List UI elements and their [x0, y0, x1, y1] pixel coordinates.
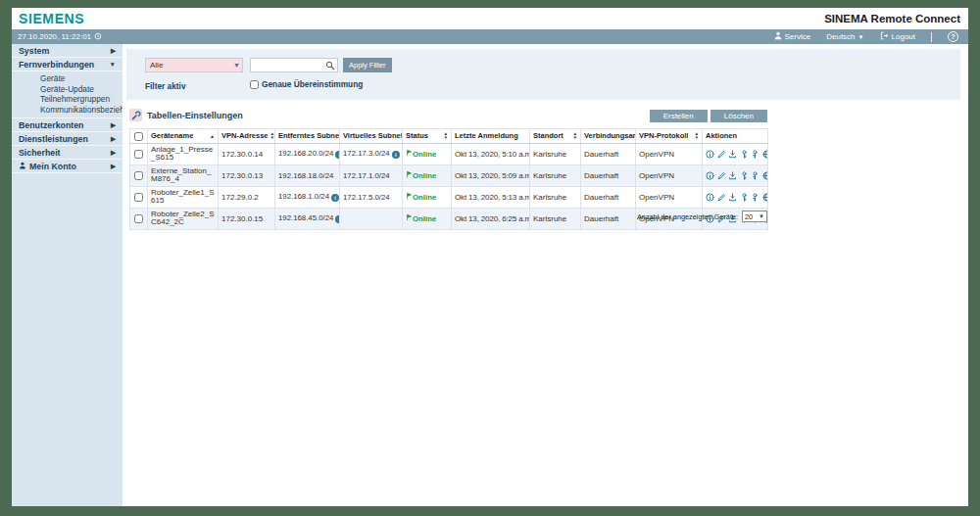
cell-connection-type: Dauerhaft [581, 143, 636, 164]
cell-virtual-subnet: 172.17.3.0/24i [340, 143, 403, 164]
remote-subnet-info-icon[interactable]: i [331, 194, 339, 202]
select-all-checkbox[interactable] [134, 132, 143, 141]
cell-last-login: Okt 13, 2020, 5:13 a.m. [452, 186, 530, 208]
filter-active-label: Filter aktiv [145, 81, 186, 91]
clock-icon [94, 32, 102, 42]
sort-icon: ▲▼ [694, 132, 699, 139]
filter-category-select[interactable]: Alle ▼ [145, 58, 243, 72]
sidebar-item-system[interactable]: System ▶ [12, 44, 122, 58]
cell-vpn-address: 172.29.0.2 [219, 186, 275, 208]
delete-button[interactable]: Löschen [710, 110, 767, 122]
column-header-protocol[interactable]: VPN-Protokoll▲▼ [636, 129, 703, 144]
sidebar-item-benutzerkonten[interactable]: Benutzerkonten ▶ [12, 118, 122, 132]
logout-menu-item[interactable]: Logout [880, 31, 915, 42]
web-interface-icon[interactable] [762, 150, 768, 159]
cell-device-name[interactable]: Roboter_Zelle1_S615 [148, 186, 219, 208]
sidebar-subitem-geraete-update[interactable]: Geräte-Update [12, 84, 122, 95]
help-button[interactable]: ? [948, 31, 958, 42]
cell-status: Online [403, 164, 452, 186]
page-size-select[interactable]: 20 ▼ [742, 211, 767, 222]
app-title: SINEMA Remote Connect [824, 13, 960, 24]
sidebar-subitem-geraete[interactable]: Geräte [12, 73, 122, 84]
sidebar-submenu: Geräte Geräte-Update Teilnehmergruppen K… [12, 71, 122, 118]
table-row: Externe_Station_M876_4 172.30.0.13 192.1… [130, 164, 768, 186]
siemens-logo: SIEMENS [19, 11, 84, 26]
cell-remote-subnet: 192.168.1.0/24i [275, 186, 340, 208]
exact-match-checkbox[interactable] [250, 80, 259, 89]
apply-filter-button[interactable]: Apply Filter [343, 58, 392, 72]
menu-separator [931, 32, 932, 42]
download-config-icon[interactable] [728, 193, 737, 202]
chevron-right-icon: ▶ [111, 163, 116, 170]
column-header-vpn[interactable]: VPN-Adresse▲▼ [219, 129, 275, 144]
exact-match-option: Genaue Übereinstimmung [250, 79, 363, 89]
sidebar-item-fernverbindungen[interactable]: Fernverbindungen ▼ [12, 58, 122, 71]
search-icon[interactable] [325, 61, 335, 72]
filter-panel: Alle ▼ Apply Filter Filter aktiv Genaue … [126, 49, 960, 100]
column-header-location[interactable]: Standort▲▼ [530, 129, 581, 144]
cell-last-login: Okt 13, 2020, 5:09 a.m. [452, 164, 530, 186]
language-label: Deutsch [826, 32, 855, 41]
menu-bar: 27.10.2020, 11:22:01 Service Deutsch ▼ L… [12, 29, 968, 44]
chevron-down-icon: ▼ [233, 59, 240, 71]
remote-subnet-info-icon[interactable]: i [335, 151, 339, 159]
certificate-icon[interactable] [751, 150, 760, 159]
search-box [250, 58, 338, 72]
column-header-name[interactable]: Gerätename▲ [148, 129, 219, 144]
pagination: Anzahl der angezeigten Geräte: 20 ▼ [122, 211, 767, 222]
table-row: Roboter_Zelle1_S615 172.29.0.2 192.168.1… [130, 186, 768, 208]
language-menu-item[interactable]: Deutsch ▼ [826, 32, 863, 41]
sidebar-item-sicherheit[interactable]: Sicherheit ▶ [12, 146, 122, 160]
sidebar-subitem-kommunikationsbeziehungen[interactable]: Kommunikationsbeziehungen [12, 105, 122, 116]
top-bar: SIEMENS SINEMA Remote Connect [12, 8, 968, 29]
main-content: Alle ▼ Apply Filter Filter aktiv Genaue … [122, 44, 968, 506]
datetime-text: 27.10.2020, 11:22:01 [18, 32, 91, 41]
column-header-last: Letzte Anmeldung [452, 129, 530, 144]
cell-location: Karlsruhe [530, 164, 581, 186]
table-action-buttons: Erstellen Löschen [122, 110, 767, 122]
page-size-value: 20 [745, 212, 753, 221]
online-status-icon [406, 150, 413, 159]
row-checkbox[interactable] [134, 150, 143, 159]
web-interface-icon[interactable] [762, 171, 768, 180]
certificate-icon[interactable] [751, 193, 760, 202]
cell-vpn-address: 172.30.0.13 [219, 164, 275, 186]
cell-status: Online [403, 186, 452, 208]
row-checkbox[interactable] [134, 193, 143, 202]
column-header-connection[interactable]: Verbindungsart▲▼ [581, 129, 636, 144]
row-checkbox[interactable] [134, 171, 143, 180]
download-config-icon[interactable] [728, 171, 737, 180]
table-row: Anlage_1_Presse_S615 172.30.0.14 192.168… [130, 143, 768, 164]
info-icon[interactable] [706, 171, 714, 180]
download-config-icon[interactable] [728, 150, 737, 159]
chevron-right-icon: ▶ [111, 47, 116, 55]
sidebar-item-mein-konto[interactable]: Mein Konto ▶ [12, 160, 122, 173]
filter-category-value: Alle [150, 61, 163, 70]
chevron-right-icon: ▶ [111, 149, 116, 157]
cell-virtual-subnet: 172.17.1.0/24 [340, 164, 403, 186]
certificate-icon[interactable] [751, 171, 760, 180]
key-icon[interactable] [740, 171, 749, 180]
sidebar-subitem-teilnehmergruppen[interactable]: Teilnehmergruppen [12, 94, 122, 105]
datetime: 27.10.2020, 11:22:01 [18, 32, 102, 42]
info-icon[interactable] [706, 193, 714, 202]
cell-device-name[interactable]: Externe_Station_M876_4 [148, 164, 219, 186]
online-status-icon [406, 171, 413, 180]
edit-icon[interactable] [717, 193, 726, 202]
key-icon[interactable] [740, 150, 749, 159]
create-button[interactable]: Erstellen [650, 110, 708, 122]
sidebar-item-dienstleistungen[interactable]: Dienstleistungen ▶ [12, 132, 122, 146]
web-interface-icon[interactable] [762, 193, 768, 202]
edit-icon[interactable] [717, 171, 726, 180]
cell-select [130, 186, 148, 208]
virtual-subnet-info-icon[interactable]: i [392, 151, 400, 159]
search-input[interactable] [251, 59, 325, 71]
key-icon[interactable] [740, 193, 749, 202]
status-text: Online [413, 150, 436, 159]
edit-icon[interactable] [717, 150, 726, 159]
info-icon[interactable] [706, 150, 714, 159]
cell-actions [703, 143, 768, 164]
cell-device-name[interactable]: Anlage_1_Presse_S615 [148, 143, 219, 164]
service-menu-item[interactable]: Service [774, 31, 811, 42]
column-header-status[interactable]: Status▲▼ [403, 129, 452, 144]
